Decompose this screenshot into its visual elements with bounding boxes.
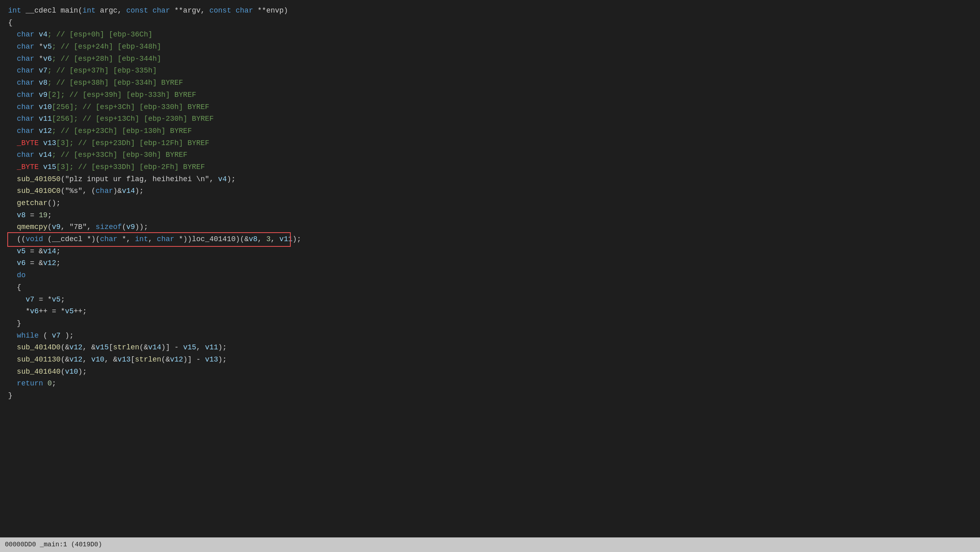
code-line: v6 = &v12; xyxy=(8,257,972,270)
code-line: char v12; // [esp+23Ch] [ebp-130h] BYREF xyxy=(8,125,972,137)
code-line: int __cdecl main(int argc, const char **… xyxy=(8,5,972,17)
code-line: sub_401130(&v12, v10, &v13[strlen(&v12)]… xyxy=(8,354,972,366)
code-line: char v10[256]; // [esp+3Ch] [ebp-330h] B… xyxy=(8,101,972,113)
code-line: char v14; // [esp+33Ch] [ebp-30h] BYREF xyxy=(8,149,972,161)
code-line: ((void (__cdecl *)(char *, int, char *))… xyxy=(8,233,972,246)
code-line: } xyxy=(8,318,972,330)
code-line: _BYTE v15[3]; // [esp+33Dh] [ebp-2Fh] BY… xyxy=(8,161,972,173)
code-line: sub_401050("plz input ur flag, heiheihei… xyxy=(8,173,972,186)
code-line: getchar(); xyxy=(8,197,972,210)
code-line: { xyxy=(8,17,972,29)
code-line: char v11[256]; // [esp+13Ch] [ebp-230h] … xyxy=(8,113,972,125)
code-line: char v4; // [esp+0h] [ebp-36Ch] xyxy=(8,29,972,41)
code-editor: int __cdecl main(int argc, const char **… xyxy=(0,0,980,537)
code-line: char *v5; // [esp+24h] [ebp-348h] xyxy=(8,41,972,53)
code-line: _BYTE v13[3]; // [esp+23Dh] [ebp-12Fh] B… xyxy=(8,137,972,150)
code-line: qmemcpy(v9, "7B", sizeof(v9)); xyxy=(8,221,972,233)
code-line: sub_4010C0("%s", (char)&v14); xyxy=(8,185,972,197)
code-line: while ( v7 ); xyxy=(8,330,972,342)
code-line: char v7; // [esp+37h] [ebp-335h] xyxy=(8,65,972,77)
code-line: *v6++ = *v5++; xyxy=(8,306,972,318)
status-bar: 00000DD0 _main:1 (4019D0) xyxy=(0,537,980,552)
code-line: } xyxy=(8,390,972,402)
code-line: v8 = 19; xyxy=(8,210,972,222)
code-line: v7 = *v5; xyxy=(8,294,972,306)
code-line: do xyxy=(8,270,972,282)
code-line: char *v6; // [esp+28h] [ebp-344h] xyxy=(8,53,972,65)
code-line: char v8; // [esp+38h] [ebp-334h] BYREF xyxy=(8,77,972,89)
code-line: { xyxy=(8,282,972,294)
code-line: v5 = &v14; xyxy=(8,246,972,258)
status-text: 00000DD0 _main:1 (4019D0) xyxy=(5,541,102,548)
code-line: char v9[2]; // [esp+39h] [ebp-333h] BYRE… xyxy=(8,89,972,101)
code-line: return 0; xyxy=(8,378,972,390)
code-line: sub_4014D0(&v12, &v15[strlen(&v14)] - v1… xyxy=(8,342,972,354)
code-line: sub_401640(v10); xyxy=(8,366,972,378)
